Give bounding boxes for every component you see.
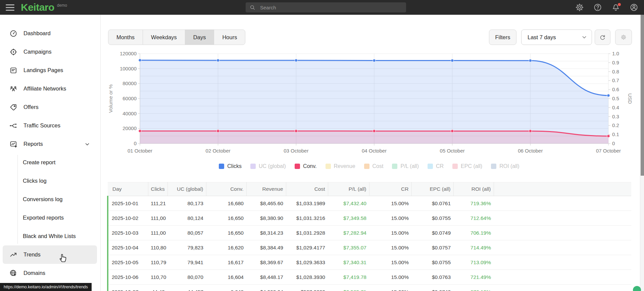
trends-table: DayClicksUC (global)Conv.RevenueCostP/L … — [107, 182, 631, 291]
sidebar-item-label: Dashboard — [23, 30, 51, 37]
refresh-button[interactable] — [595, 30, 610, 45]
keitaro-trends-page: Keitaro demo DashboardCampaignsLandings … — [0, 0, 644, 291]
sidebar-item-clicks-log[interactable]: Clicks log — [0, 172, 100, 190]
traffic-icon — [9, 122, 17, 130]
cell-cr: 15.00% — [369, 240, 411, 255]
cell-filler — [494, 226, 631, 240]
legend-item-cr[interactable]: CR — [428, 163, 444, 169]
sidebar-item-affiliate-networks[interactable]: Affiliate Networks — [0, 79, 100, 98]
cell-roi: 719.36% — [453, 196, 494, 211]
cell-day: 2025-10-02 — [108, 211, 148, 226]
hamburger-menu-icon[interactable] — [6, 4, 14, 11]
search-input[interactable] — [259, 4, 402, 11]
column-header-epc: EPC (all) — [411, 182, 453, 196]
cell-uc: 79,941 — [167, 255, 206, 270]
legend-swatch — [295, 164, 300, 169]
table-row: 2025-10-0744,4344,4576,648$4,093.04$527.… — [108, 285, 631, 291]
cell-conv: 16,620 — [206, 240, 246, 255]
notifications-button[interactable] — [611, 3, 621, 12]
chart-settings-button[interactable] — [615, 30, 632, 45]
column-header-clicks: Clicks — [148, 182, 167, 196]
column-header-roi: ROI (all) — [453, 182, 494, 196]
sidebar-item-domains[interactable]: Domains — [0, 264, 100, 282]
legend-item-epc-all[interactable]: EPC (all) — [452, 163, 482, 169]
svg-text:0.8: 0.8 — [612, 69, 619, 74]
legend-item-clicks[interactable]: Clicks — [219, 163, 242, 169]
date-range-select[interactable]: Last 7 days — [521, 30, 592, 45]
svg-text:0.2: 0.2 — [612, 122, 619, 128]
sidebar-item-dashboard[interactable]: Dashboard — [0, 24, 100, 43]
legend-item-conv[interactable]: Conv. — [295, 163, 317, 169]
legend-item-p-l-all[interactable]: P/L (all) — [392, 163, 419, 169]
svg-text:06 October: 06 October — [518, 148, 543, 154]
sidebar-item-campaigns[interactable]: Campaigns — [0, 43, 100, 61]
legend-swatch — [452, 164, 458, 169]
table-row: 2025-10-02111,0080,12416,650$8,380.90$1,… — [108, 211, 631, 226]
tab-months[interactable]: Months — [108, 30, 143, 45]
column-header-conv: Conv. — [206, 182, 246, 196]
svg-text:120000: 120000 — [120, 51, 137, 56]
legend-label: Revenue — [334, 163, 355, 169]
help-button[interactable] — [593, 3, 602, 12]
cell-revenue: $8,369.67 — [246, 255, 286, 270]
svg-text:100000: 100000 — [120, 66, 137, 71]
cell-conv: 16,680 — [206, 196, 246, 211]
legend-label: P/L (all) — [400, 163, 419, 169]
trends-table-container: DayClicksUC (global)Conv.RevenueCostP/L … — [107, 182, 631, 291]
legend-label: Clicks — [227, 163, 242, 169]
sidebar-item-reports[interactable]: Reports — [0, 135, 100, 153]
svg-text:60000: 60000 — [122, 96, 137, 101]
legend-item-cost[interactable]: Cost — [364, 163, 384, 169]
tab-days[interactable]: Days — [185, 30, 214, 45]
scrollbar-thumb[interactable] — [641, 15, 644, 176]
cell-pl: $7,349.58 — [328, 211, 369, 226]
sidebar-item-exported-reports[interactable]: Exported reports — [0, 209, 100, 227]
chart-legend: ClicksUC (global)Conv.RevenueCostP/L (al… — [107, 163, 631, 169]
env-label: demo — [57, 3, 67, 8]
cell-revenue: $8,380.90 — [246, 211, 286, 226]
sidebar-item-traffic-sources[interactable]: Traffic Sources — [0, 116, 100, 135]
trends-chart: 02000040000600008000010000012000000.10.2… — [107, 50, 644, 158]
cell-epc: $0.0763 — [411, 270, 453, 285]
legend-item-revenue[interactable]: Revenue — [326, 163, 355, 169]
sidebar-item-black-and-white-lists[interactable]: Black and White Lists — [0, 227, 100, 245]
cell-clicks: 110,80 — [148, 240, 167, 255]
svg-text:0.7: 0.7 — [612, 77, 619, 83]
filters-button[interactable]: Filters — [489, 30, 516, 45]
sidebar-item-offers[interactable]: Offers — [0, 98, 100, 116]
vertical-scrollbar — [640, 15, 644, 291]
cell-conv: 16,604 — [206, 270, 246, 285]
tab-hours[interactable]: Hours — [214, 30, 245, 45]
cell-epc: $0.0761 — [411, 196, 453, 211]
legend-item-roi-all[interactable]: ROI (all) — [491, 163, 519, 169]
legend-label: ROI (all) — [499, 163, 519, 169]
reports-icon — [9, 140, 17, 148]
offers-icon — [9, 103, 17, 111]
cell-clicks: 111,00 — [148, 211, 167, 226]
topbar-icons — [575, 0, 639, 15]
cell-cr: 15.00% — [369, 196, 411, 211]
column-header-filler — [494, 182, 631, 196]
settings-button[interactable] — [575, 3, 584, 12]
cell-conv: 16,650 — [206, 226, 246, 240]
keitaro-logo[interactable]: Keitaro — [21, 0, 54, 15]
svg-text:05 October: 05 October — [440, 148, 465, 154]
legend-label: CR — [436, 163, 444, 169]
cell-day: 2025-10-05 — [108, 255, 148, 270]
sidebar-item-trends[interactable]: Trends — [3, 245, 97, 264]
sidebar-item-label: Campaigns — [23, 49, 51, 55]
tab-weekdays[interactable]: Weekdays — [143, 30, 185, 45]
legend-item-uc-global[interactable]: UC (global) — [250, 163, 286, 169]
trends-icon — [9, 251, 17, 259]
account-button[interactable] — [629, 3, 639, 12]
landings-icon — [9, 66, 17, 74]
sidebar-item-conversions-log[interactable]: Conversions log — [0, 190, 100, 209]
svg-text:0.4: 0.4 — [612, 105, 619, 110]
sidebar-item-create-report[interactable]: Create report — [0, 153, 100, 172]
svg-text:01 October: 01 October — [128, 148, 152, 154]
svg-text:80000: 80000 — [122, 80, 137, 86]
svg-text:07 October: 07 October — [596, 148, 621, 154]
sidebar-item-landings-pages[interactable]: Landings Pages — [0, 61, 100, 79]
table-header-row: DayClicksUC (global)Conv.RevenueCostP/L … — [108, 182, 631, 196]
user-icon — [630, 3, 638, 12]
